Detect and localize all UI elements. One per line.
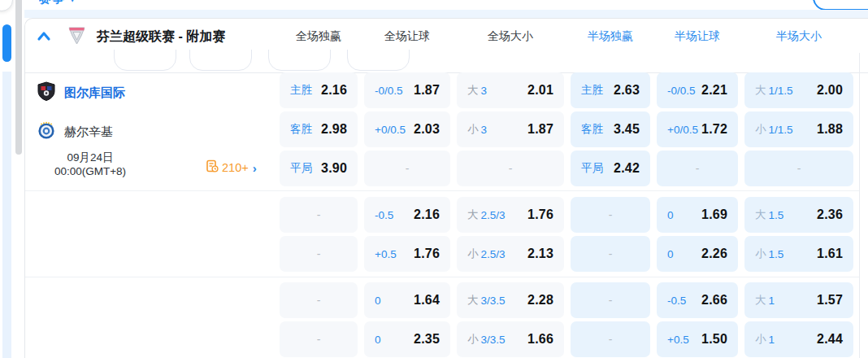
bet-line: 3/3.5 — [481, 334, 506, 346]
column-header-6[interactable]: 半场大小 — [744, 29, 853, 44]
chevron-up-icon[interactable] — [35, 28, 53, 46]
odds-cell[interactable]: 平局3.90 — [280, 151, 358, 186]
filter-pill-fragment[interactable] — [268, 50, 331, 71]
odds-cell-empty: - — [457, 151, 564, 186]
odds-value: 3.45 — [614, 122, 640, 137]
odds-value: 1.72 — [701, 122, 727, 137]
bet-line: 主胜 — [290, 83, 312, 98]
odds-value: 2.13 — [527, 247, 553, 261]
column-header-4[interactable]: 半场独赢 — [571, 29, 650, 44]
over-under-prefix: 小 — [755, 122, 766, 137]
away-team-row[interactable]: 赫尔辛基 — [37, 121, 113, 142]
odds-cell[interactable]: -0/0.51.87 — [364, 72, 450, 108]
bet-line: 1/1.5 — [769, 85, 793, 97]
odds-cell[interactable]: 大32.01 — [457, 72, 564, 108]
chevron-right-icon: › — [253, 161, 257, 175]
away-team-logo-icon — [37, 120, 56, 143]
odds-cell[interactable]: 大2.5/31.76 — [457, 197, 564, 233]
odds-cell[interactable]: 小2.5/32.13 — [457, 236, 564, 272]
odds-cell[interactable]: 客胜2.98 — [280, 111, 358, 147]
odds-cell[interactable]: 02.26 — [657, 236, 738, 272]
odds-cell-empty: - — [744, 151, 853, 186]
left-rail-indicator — [2, 24, 11, 62]
odds-value: 2.00 — [817, 83, 843, 98]
odds-grid: 主胜2.16-0/0.51.87大32.01主胜2.63-0/0.52.21大1… — [280, 72, 859, 358]
bet-line: 2.5/3 — [481, 248, 506, 260]
more-markets-link[interactable]: 210+ › — [206, 159, 257, 176]
bet-line: 0 — [375, 334, 381, 346]
column-header-1[interactable]: 全场独赢 — [280, 29, 358, 44]
bet-selection-label: 大1.5 — [755, 207, 783, 222]
over-under-prefix: 小 — [755, 332, 766, 347]
odds-value: 2.98 — [321, 122, 347, 137]
scrollbar-thumb[interactable] — [15, 0, 22, 155]
home-team-row[interactable]: 图尔库国际 — [37, 82, 125, 103]
filter-pill-fragment[interactable] — [347, 50, 410, 71]
odds-cell[interactable]: 大1.52.36 — [744, 197, 853, 233]
odds-cell[interactable]: -0.52.66 — [657, 282, 738, 318]
over-under-prefix: 大 — [755, 293, 766, 308]
odds-cell[interactable]: +0.51.76 — [364, 236, 450, 272]
odds-cell[interactable]: 大11.57 — [744, 282, 853, 318]
odds-cell[interactable]: 主胜2.63 — [571, 72, 650, 108]
odds-cell[interactable]: -0.52.16 — [364, 197, 450, 233]
bet-selection-label: 小1.5 — [755, 247, 783, 261]
filter-pill-fragment[interactable] — [189, 50, 252, 71]
column-header-2[interactable]: 全场让球 — [364, 29, 450, 44]
column-header-5[interactable]: 半场让球 — [657, 29, 738, 44]
kickoff-clock: 00:00(GMT+8) — [28, 164, 152, 178]
odds-cell[interactable]: 小31.87 — [457, 111, 564, 147]
odds-value: 1.87 — [414, 83, 440, 98]
bet-line: 1/1.5 — [769, 124, 793, 136]
bet-selection-label: 平局 — [581, 161, 603, 176]
odds-row: -+0.51.76小2.5/32.13-02.26小1.51.61 — [280, 236, 859, 272]
league-title[interactable]: 芬兰超级联赛 - 附加赛 — [97, 28, 225, 46]
odds-cell[interactable]: 01.64 — [364, 282, 450, 318]
column-header-3[interactable]: 全场大小 — [457, 29, 564, 44]
odds-value: 1.50 — [701, 332, 727, 347]
odds-value: 1.57 — [817, 293, 843, 308]
odds-cell[interactable]: 客胜3.45 — [571, 111, 650, 147]
odds-cell[interactable]: +0.51.50 — [657, 321, 738, 357]
odds-cell[interactable]: 小3/3.51.66 — [457, 321, 564, 357]
bet-selection-label: -0.5 — [375, 209, 393, 221]
bet-selection-label: -0.5 — [667, 295, 686, 307]
floating-button-fragment[interactable] — [0, 0, 13, 11]
over-under-prefix: 大 — [755, 83, 766, 98]
odds-value: 2.28 — [527, 293, 553, 308]
odds-value: 1.88 — [817, 122, 843, 137]
bet-selection-label: +0.5 — [375, 248, 397, 260]
odds-cell-empty: - — [280, 197, 358, 233]
over-under-prefix: 大 — [755, 207, 766, 222]
odds-cell[interactable]: +0/0.51.72 — [657, 111, 738, 147]
bet-selection-label: 客胜 — [290, 122, 312, 137]
odds-cell[interactable]: +0/0.52.03 — [364, 111, 450, 147]
over-under-prefix: 小 — [755, 247, 766, 261]
odds-cell[interactable]: 平局2.42 — [571, 151, 650, 186]
bet-selection-label: 平局 — [290, 161, 312, 176]
odds-cell[interactable]: 小1/1.51.88 — [744, 111, 853, 147]
bet-selection-label: 大3 — [467, 83, 487, 98]
bet-selection-label: 0 — [667, 209, 674, 221]
odds-cell[interactable]: 01.69 — [657, 197, 738, 233]
odds-cell[interactable]: 02.35 — [364, 321, 450, 357]
odds-cell[interactable]: 小1.51.61 — [744, 236, 853, 272]
odds-cell[interactable]: 主胜2.16 — [280, 72, 358, 108]
odds-cell[interactable]: 大1/1.52.00 — [744, 72, 853, 108]
bet-line: 3 — [481, 124, 488, 136]
top-clipped-text[interactable]: 赛事 ▾ — [39, 0, 137, 7]
bet-line: +0.5 — [375, 248, 397, 260]
bet-line: -0.5 — [375, 209, 393, 221]
league-header-row: 芬兰超级联赛 - 附加赛 全场独赢全场让球全场大小半场独赢半场让球半场大小 — [25, 22, 868, 51]
odds-cell-empty: - — [364, 151, 450, 186]
bet-line: 1 — [769, 334, 775, 346]
filter-pill-fragment[interactable] — [114, 50, 176, 71]
bet-line: +0.5 — [667, 334, 689, 346]
odds-value: 2.21 — [701, 83, 727, 98]
odds-cell[interactable]: 大3/3.52.28 — [457, 282, 564, 318]
odds-cell[interactable]: 小12.44 — [744, 321, 853, 357]
bet-selection-label: 0 — [375, 334, 381, 346]
odds-cell[interactable]: -0/0.52.21 — [657, 72, 738, 108]
odds-cell-empty: - — [571, 321, 650, 357]
right-column-divider — [859, 53, 860, 358]
